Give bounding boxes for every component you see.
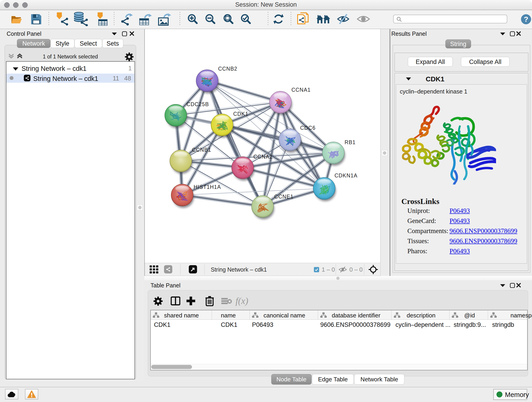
svg-text:CCNA1: CCNA1 — [291, 87, 311, 93]
svg-text:RB1: RB1 — [345, 139, 355, 145]
svg-text:CCNE1: CCNE1 — [274, 194, 293, 200]
svg-text:CDC6: CDC6 — [300, 125, 316, 131]
svg-text:CCNA2: CCNA2 — [253, 154, 273, 160]
svg-text:CCNB2: CCNB2 — [218, 66, 237, 72]
svg-text:CDC25B: CDC25B — [186, 101, 209, 107]
svg-text:CCNB1: CCNB1 — [192, 147, 211, 153]
svg-text:CDKN1A: CDKN1A — [335, 172, 358, 179]
svg-text:CDK1: CDK1 — [233, 111, 248, 117]
svg-text:HIST1H1A: HIST1H1A — [194, 184, 221, 190]
